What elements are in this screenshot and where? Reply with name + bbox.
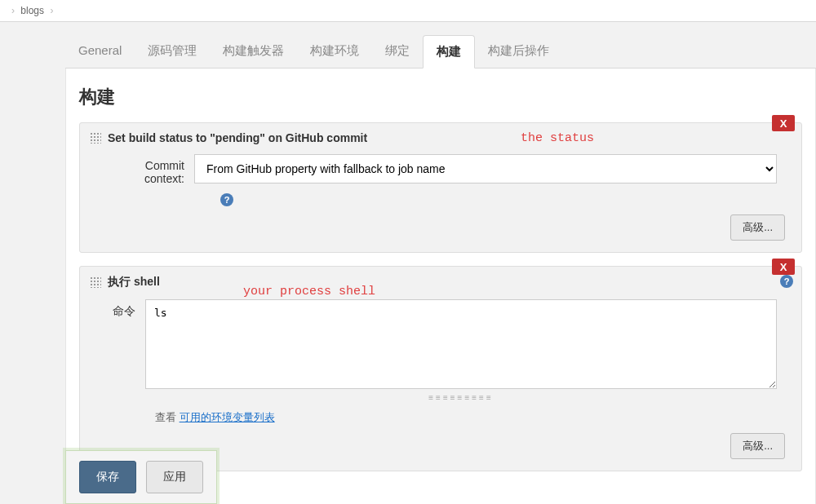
shell-command-textarea[interactable] (145, 299, 777, 389)
help-icon[interactable]: ? (220, 193, 233, 206)
commit-context-select[interactable]: From GitHub property with fallback to jo… (194, 154, 777, 183)
tab-general[interactable]: General (65, 35, 135, 68)
tab-build[interactable]: 构建 (423, 35, 475, 69)
page-body: 构建 X Set build status to "pending" on Gi… (65, 69, 816, 504)
build-step-github-status: X Set build status to "pending" on GitHu… (79, 122, 802, 253)
advanced-button[interactable]: 高级... (730, 214, 785, 241)
page-title: 构建 (79, 85, 802, 109)
tab-post-build[interactable]: 构建后操作 (475, 35, 562, 68)
tab-env[interactable]: 构建环境 (297, 35, 372, 68)
apply-button[interactable]: 应用 (146, 461, 203, 493)
save-button[interactable]: 保存 (79, 461, 136, 493)
delete-step-button[interactable]: X (772, 115, 795, 131)
help-icon[interactable]: ? (780, 275, 793, 288)
action-bar: 保存 应用 (65, 450, 217, 504)
tab-bind[interactable]: 绑定 (372, 35, 423, 68)
chevron-right-icon: › (50, 5, 53, 16)
env-vars-link[interactable]: 可用的环境变量列表 (180, 411, 275, 423)
config-tabs: General 源码管理 构建触发器 构建环境 绑定 构建 构建后操作 (65, 35, 816, 69)
commit-context-label: Commit context: (104, 154, 194, 185)
breadcrumb-item[interactable]: blogs (20, 5, 44, 16)
resize-grip-icon[interactable]: ≡≡≡≡≡≡≡≡≡ (145, 393, 777, 402)
build-step-execute-shell: X ? 执行 shell your process shell 命令 ≡≡≡≡≡… (79, 266, 802, 471)
step-title: 执行 shell (108, 275, 160, 290)
env-prefix-text: 查看 (155, 411, 176, 423)
chevron-right-icon: › (11, 5, 15, 16)
drag-handle-icon[interactable] (90, 132, 101, 144)
tab-triggers[interactable]: 构建触发器 (210, 35, 297, 68)
tab-scm[interactable]: 源码管理 (135, 35, 210, 68)
delete-step-button[interactable]: X (772, 259, 795, 275)
drag-handle-icon[interactable] (90, 276, 101, 288)
advanced-button[interactable]: 高级... (730, 433, 785, 459)
breadcrumb: › blogs › (0, 0, 816, 22)
step-title: Set build status to "pending" on GitHub … (108, 131, 367, 144)
